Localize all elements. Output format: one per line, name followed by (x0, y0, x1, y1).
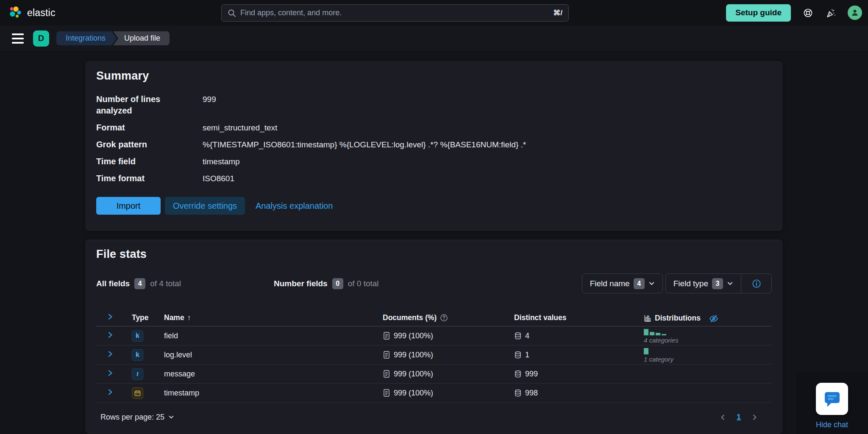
hide-chat-link[interactable]: Hide chat (816, 420, 848, 429)
next-page-icon[interactable] (751, 414, 758, 421)
histogram-icon (644, 314, 652, 322)
table-pagination: Rows per page: 25 1 (96, 408, 772, 426)
summary-list: Number of lines analyzed 999 Format semi… (96, 94, 772, 184)
field-total-label: All fields (96, 279, 130, 288)
database-icon (514, 332, 522, 340)
distribution-cell (644, 373, 772, 374)
header-name[interactable]: Name ↑ (164, 313, 383, 322)
chevron-down-icon (648, 280, 655, 287)
distribution-cell (644, 393, 772, 393)
distribution-bar (644, 348, 648, 354)
summary-row-label: Time field (96, 156, 170, 167)
header-documents-label: Documents (%) (383, 313, 437, 322)
header-distributions-label: Distributions (655, 314, 701, 323)
question-icon[interactable] (440, 314, 448, 322)
field-type-filter[interactable]: Field type 3 (666, 274, 741, 293)
distribution-bar (662, 334, 666, 335)
field-total-suffix: of 0 total (348, 279, 379, 288)
stats-controls-row: All fields 4 of 4 total Number fields 0 … (96, 274, 772, 293)
expand-row-icon[interactable] (106, 388, 114, 396)
breadcrumb-integrations[interactable]: Integrations (56, 31, 117, 45)
distribution-bar (650, 332, 654, 335)
field-totals: All fields 4 of 4 total Number fields 0 … (96, 278, 379, 289)
filter-group: Field name 4 Field type 3 (582, 274, 772, 293)
help-icon[interactable] (802, 7, 814, 19)
table-row: k field 999 (100%) 4 4 categories (96, 326, 772, 346)
breadcrumb-bar: D Integrations Upload file (0, 25, 868, 52)
space-badge[interactable]: D (33, 30, 49, 47)
distribution-bars-chart (644, 329, 772, 335)
document-icon (383, 389, 390, 397)
summary-row-label: Number of lines analyzed (96, 94, 170, 116)
menu-icon[interactable] (12, 33, 25, 44)
avatar-person-icon (851, 8, 859, 17)
override-settings-button[interactable]: Override settings (165, 197, 245, 215)
sort-ascending-icon: ↑ (187, 314, 191, 322)
page-number-current[interactable]: 1 (737, 413, 741, 422)
field-name-filter[interactable]: Field name 4 (582, 274, 662, 293)
breadcrumb-upload-file: Upload file (113, 31, 170, 45)
documents-value: 999 (100%) (394, 389, 433, 398)
elastic-logo-icon (8, 5, 23, 20)
expand-all-icon[interactable] (106, 313, 114, 321)
summary-row-value: ISO8601 (203, 173, 772, 184)
previous-page-icon[interactable] (719, 414, 726, 421)
info-icon[interactable] (741, 274, 771, 293)
expand-row-icon[interactable] (106, 350, 114, 358)
distribution-label: 4 categories (644, 337, 772, 344)
setup-guide-button[interactable]: Setup guide (726, 4, 791, 22)
table-body: k field 999 (100%) 4 4 categories k log (96, 326, 772, 403)
summary-row-value: timestamp (203, 156, 772, 167)
table-header-row: Type Name ↑ Documents (%) Distinct value… (96, 310, 772, 326)
summary-actions: Import Override settings Analysis explan… (96, 197, 772, 215)
summary-title: Summary (96, 69, 772, 83)
expand-row-icon[interactable] (106, 369, 114, 377)
import-button[interactable]: Import (96, 197, 161, 215)
field-name-cell: field (164, 332, 383, 340)
field-name-filter-box: Field name 4 (582, 274, 663, 293)
expand-row-icon[interactable] (106, 331, 114, 339)
distribution-bars-chart (644, 348, 772, 354)
field-type-filter-label: Field type (673, 279, 708, 288)
summary-row-label: Format (96, 122, 170, 133)
summary-row-label: Grok pattern (96, 139, 170, 150)
field-name-filter-count: 4 (634, 278, 645, 289)
search-input[interactable] (240, 8, 549, 17)
breadcrumb: Integrations Upload file (56, 31, 170, 45)
user-avatar[interactable] (848, 6, 862, 20)
elastic-logo[interactable]: elastic (0, 5, 56, 20)
distribution-bar (656, 333, 660, 335)
field-total-item: Number fields 0 of 0 total (274, 278, 379, 289)
news-party-popper-icon[interactable] (825, 7, 837, 19)
summary-row-value: 999 (203, 94, 772, 116)
field-type-badge: t (132, 368, 143, 380)
summary-row-value: semi_structured_text (203, 122, 772, 133)
distribution-cell: 1 category (644, 347, 772, 363)
table-row: k log.level 999 (100%) 1 1 category (96, 346, 772, 365)
analysis-explanation-link[interactable]: Analysis explanation (256, 201, 333, 211)
field-type-badge: k (132, 330, 143, 342)
field-type-filter-count: 3 (712, 278, 723, 289)
distinct-value: 4 (525, 332, 529, 340)
chevron-down-icon (168, 414, 174, 420)
rows-per-page-label: Rows per page: 25 (100, 413, 164, 422)
database-icon (514, 351, 522, 359)
calendar-icon (134, 390, 141, 397)
documents-value: 999 (100%) (394, 351, 433, 359)
distinct-value: 999 (525, 370, 538, 379)
search-shortcut-badge: ⌘/ (553, 8, 562, 17)
field-type-badge (132, 387, 143, 399)
document-icon (383, 332, 390, 340)
rows-per-page-button[interactable]: Rows per page: 25 (100, 413, 174, 422)
eye-slash-icon[interactable] (709, 313, 719, 323)
header-name-label: Name (164, 313, 184, 322)
distribution-bar (644, 329, 648, 335)
header-distinct-values: Distinct values (514, 313, 644, 322)
field-name-cell: timestamp (164, 389, 383, 398)
chat-bubble-button[interactable] (816, 383, 848, 415)
documents-value: 999 (100%) (394, 370, 433, 379)
global-search[interactable]: ⌘/ (221, 4, 569, 22)
file-stats-table: Type Name ↑ Documents (%) Distinct value… (96, 310, 772, 426)
field-total-item: All fields 4 of 4 total (96, 278, 274, 289)
summary-row-value: %{TIMESTAMP_ISO8601:timestamp} %{LOGLEVE… (203, 139, 772, 150)
